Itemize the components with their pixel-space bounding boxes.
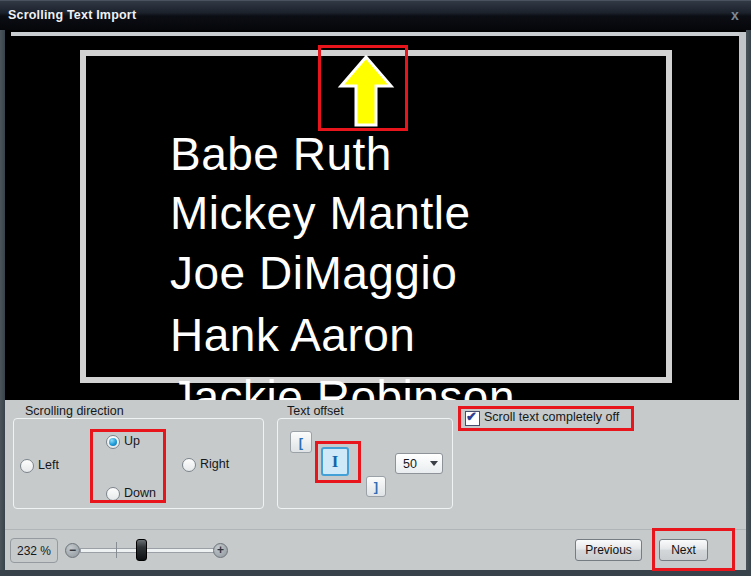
preview-top-edge bbox=[11, 32, 741, 36]
radio-right-label: Right bbox=[200, 457, 229, 471]
window-border-left bbox=[0, 30, 5, 576]
sign-text-line: Hank Aaron bbox=[170, 312, 415, 358]
annotation-up-down-radios bbox=[90, 429, 166, 503]
offset-left-bracket-icon[interactable]: [ bbox=[290, 431, 312, 453]
sign-text-line: Mickey Mantle bbox=[170, 190, 470, 236]
scrolling-direction-label: Scrolling direction bbox=[22, 404, 127, 418]
preview-right-edge bbox=[739, 32, 746, 400]
window-border-right bbox=[746, 30, 751, 576]
zoom-slider-track[interactable] bbox=[80, 548, 220, 553]
sign-text-line: Jackie Robinson bbox=[170, 374, 515, 400]
offset-right-bracket-icon[interactable]: ] bbox=[366, 476, 386, 497]
annotation-next-button bbox=[652, 528, 735, 571]
zoom-slider-thumb[interactable] bbox=[136, 539, 147, 561]
text-offset-label: Text offset bbox=[284, 404, 347, 418]
radio-left[interactable] bbox=[20, 459, 34, 473]
sign-text-line: Babe Ruth bbox=[170, 131, 392, 177]
zoom-percent-display: 232 % bbox=[10, 538, 58, 563]
previous-button[interactable]: Previous bbox=[575, 539, 642, 561]
scrolling-text-import-dialog: Scrolling Text Import x Babe Ruth Mickey… bbox=[0, 0, 751, 576]
bottom-separator bbox=[5, 529, 746, 530]
annotation-text-cursor-button bbox=[315, 441, 361, 483]
offset-value: 50 bbox=[403, 457, 417, 471]
radio-right[interactable] bbox=[182, 458, 196, 472]
close-icon[interactable]: x bbox=[725, 5, 745, 25]
radio-left-label: Left bbox=[38, 458, 59, 472]
title-bar: Scrolling Text Import x bbox=[0, 0, 751, 30]
zoom-slider-tick bbox=[116, 542, 117, 558]
annotation-scroll-off-checkbox bbox=[458, 406, 634, 431]
chevron-down-icon[interactable] bbox=[430, 461, 438, 466]
window-border-bottom bbox=[0, 570, 751, 576]
zoom-minus-icon[interactable]: − bbox=[65, 543, 80, 558]
sign-text-line: Joe DiMaggio bbox=[170, 250, 457, 296]
zoom-plus-icon[interactable]: + bbox=[213, 543, 228, 558]
annotation-arrow bbox=[318, 45, 408, 131]
window-title: Scrolling Text Import bbox=[8, 8, 136, 22]
